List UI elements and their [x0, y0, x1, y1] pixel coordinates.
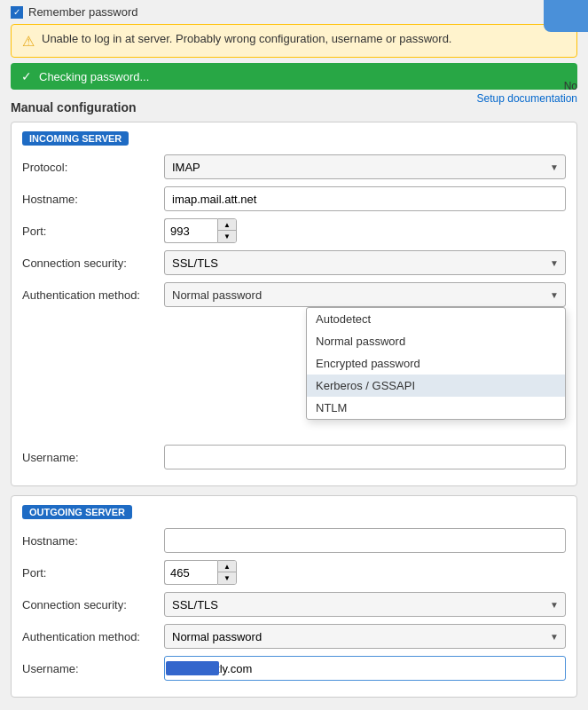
protocol-select-wrapper: IMAP POP3 ▼ — [164, 154, 566, 179]
outgoing-username-row: Username: — [22, 656, 566, 681]
outgoing-hostname-input[interactable] — [164, 528, 566, 553]
incoming-auth-arrow: ▼ — [550, 290, 559, 300]
incoming-hostname-label: Hostname: — [22, 193, 164, 206]
success-text: Checking password... — [39, 70, 149, 83]
outgoing-hostname-label: Hostname: — [22, 534, 164, 548]
remember-password-label: Remember password — [28, 5, 138, 19]
outgoing-username-label: Username: — [22, 662, 164, 675]
warning-text: Unable to log in at server. Probably wro… — [42, 32, 451, 45]
incoming-hostname-row: Hostname: — [22, 186, 566, 211]
corner-decoration — [544, 0, 588, 32]
dropdown-item-autodetect[interactable]: Autodetect — [307, 308, 565, 330]
outgoing-security-row: Connection security: SSL/TLS STARTTLS No… — [22, 592, 566, 617]
incoming-username-label: Username: — [22, 451, 164, 464]
advanced-config-row: Advanced config — [11, 706, 577, 710]
incoming-security-select[interactable]: SSL/TLS STARTTLS None — [164, 250, 566, 275]
incoming-security-label: Connection security: — [22, 256, 164, 270]
outgoing-security-select[interactable]: SSL/TLS STARTTLS None — [164, 592, 566, 617]
dropdown-item-kerberos[interactable]: Kerberos / GSSAPI — [307, 375, 565, 397]
incoming-auth-label: Authentication method: — [22, 288, 164, 302]
outgoing-auth-select-wrapper: Normal password Autodetect Encrypted pas… — [164, 624, 566, 649]
incoming-port-row: Port: ▲ ▼ — [22, 218, 566, 243]
incoming-security-row: Connection security: SSL/TLS STARTTLS No… — [22, 250, 566, 275]
outgoing-hostname-row: Hostname: — [22, 528, 566, 553]
outgoing-port-control: ▲ ▼ — [164, 560, 237, 585]
incoming-server-label: INCOMING SERVER — [22, 131, 129, 146]
outgoing-security-label: Connection security: — [22, 598, 164, 611]
incoming-auth-value: Normal password — [172, 288, 262, 302]
outgoing-username-blurred — [166, 661, 219, 675]
protocol-label: Protocol: — [22, 161, 164, 174]
setup-doc-link[interactable]: Setup documentation — [477, 92, 577, 105]
outgoing-auth-label: Authentication method: — [22, 630, 164, 643]
manual-config-section: Manual configuration INCOMING SERVER Pro… — [0, 97, 588, 710]
success-icon: ✓ — [21, 69, 32, 83]
outgoing-port-input[interactable] — [164, 560, 217, 585]
outgoing-port-up[interactable]: ▲ — [218, 561, 236, 572]
outgoing-server-box: OUTGOING SERVER Hostname: Port: ▲ ▼ Conn… — [11, 495, 577, 698]
dropdown-item-ntlm[interactable]: NTLM — [307, 397, 565, 419]
incoming-username-input[interactable] — [164, 445, 566, 469]
outgoing-port-down[interactable]: ▼ — [218, 572, 236, 584]
outgoing-server-label: OUTGOING SERVER — [22, 505, 132, 519]
outgoing-port-row: Port: ▲ ▼ — [22, 560, 566, 585]
incoming-auth-select-display[interactable]: Normal password ▼ — [164, 282, 566, 307]
outgoing-username-input[interactable] — [164, 656, 566, 681]
incoming-username-row: Username: — [22, 445, 566, 469]
incoming-port-up[interactable]: ▲ — [218, 219, 236, 231]
no-label: No — [477, 80, 577, 92]
incoming-auth-select-wrapper: Normal password ▼ Autodetect Normal pass… — [164, 282, 566, 307]
incoming-port-down[interactable]: ▼ — [218, 231, 236, 242]
outgoing-port-spinner: ▲ ▼ — [217, 560, 237, 585]
right-help: No Setup documentation — [477, 80, 577, 105]
protocol-select[interactable]: IMAP POP3 — [164, 154, 566, 179]
incoming-port-input[interactable] — [164, 218, 217, 243]
auth-dropdown: Autodetect Normal password Encrypted pas… — [306, 307, 566, 420]
incoming-port-control: ▲ ▼ — [164, 218, 237, 243]
outgoing-username-wrapper — [164, 656, 566, 681]
outgoing-auth-row: Authentication method: Normal password A… — [22, 624, 566, 649]
warning-icon: ⚠ — [22, 33, 35, 50]
incoming-port-label: Port: — [22, 225, 164, 238]
protocol-row: Protocol: IMAP POP3 ▼ — [22, 154, 566, 179]
outgoing-auth-select[interactable]: Normal password Autodetect Encrypted pas… — [164, 624, 566, 649]
incoming-hostname-input[interactable] — [164, 186, 566, 211]
incoming-auth-row: Authentication method: Normal password ▼… — [22, 282, 566, 307]
remember-password-checkbox[interactable]: ✓ — [11, 6, 23, 19]
incoming-server-box: INCOMING SERVER Protocol: IMAP POP3 ▼ Ho… — [11, 122, 577, 486]
warning-alert: ⚠ Unable to log in at server. Probably w… — [11, 24, 577, 58]
dropdown-item-normal-password[interactable]: Normal password — [307, 330, 565, 352]
outgoing-port-label: Port: — [22, 566, 164, 580]
outgoing-security-select-wrapper: SSL/TLS STARTTLS None ▼ — [164, 592, 566, 617]
incoming-security-select-wrapper: SSL/TLS STARTTLS None ▼ — [164, 250, 566, 275]
incoming-port-spinner: ▲ ▼ — [217, 218, 237, 243]
dropdown-item-encrypted-password[interactable]: Encrypted password — [307, 352, 565, 375]
